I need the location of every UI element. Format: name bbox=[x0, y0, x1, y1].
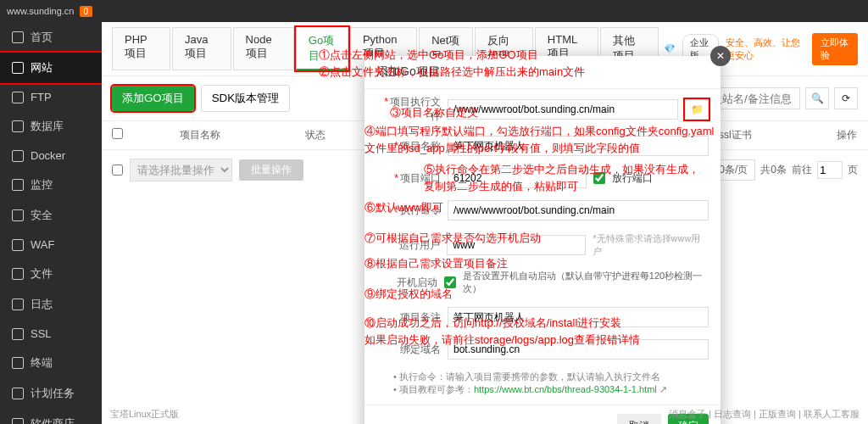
db-icon bbox=[12, 120, 24, 132]
notif-badge[interactable]: 0 bbox=[80, 6, 93, 17]
tab-node[interactable]: Node项目 bbox=[233, 27, 294, 70]
sidebar-item-cron[interactable]: 计划任务 bbox=[0, 378, 102, 409]
user-input[interactable] bbox=[447, 235, 586, 255]
sidebar-item-ssl[interactable]: SSL bbox=[0, 320, 102, 348]
clock-icon bbox=[12, 388, 24, 399]
cmd-label: 执行命令 bbox=[376, 204, 441, 218]
waf-icon bbox=[12, 239, 24, 251]
browser-topbar: www.sunding.cn 0 bbox=[0, 0, 868, 22]
search-icon[interactable]: 🔍 bbox=[805, 87, 829, 109]
diamond-icon: 💎 bbox=[664, 43, 676, 54]
port-allow-label: 放行端口 bbox=[612, 171, 653, 186]
monitor-icon bbox=[12, 179, 24, 191]
page-unit: 页 bbox=[848, 163, 858, 177]
refresh-icon[interactable]: ⟳ bbox=[834, 87, 858, 109]
sidebar-item-terminal[interactable]: 终端 bbox=[0, 348, 102, 378]
trial-button[interactable]: 立即体验 bbox=[812, 33, 858, 65]
terminal-icon bbox=[12, 357, 24, 369]
footer-right[interactable]: 消息盒子 | 日志查询 | 正版查询 | 联系人工客服 bbox=[669, 408, 860, 421]
footer: 宝塔Linux正式版 消息盒子 | 日志查询 | 正版查询 | 联系人工客服 bbox=[110, 408, 860, 421]
batch-checkbox[interactable] bbox=[112, 165, 123, 176]
tutorial-link[interactable]: https://www.bt.cn/bbs/thread-93034-1-1.h… bbox=[474, 384, 657, 394]
content-area: PHP项目 Java项目 Node项目 Go项目 Python项目 Net项目 … bbox=[102, 22, 868, 424]
page-goto: 前往 bbox=[792, 163, 812, 177]
slogan: 安全、高效、让您更安心 bbox=[726, 36, 805, 62]
sdk-button[interactable]: SDK版本管理 bbox=[201, 85, 290, 112]
sidebar-item-logs[interactable]: 日志 bbox=[0, 289, 102, 320]
footer-left: 宝塔Linux正式版 bbox=[110, 408, 179, 421]
port-input[interactable] bbox=[448, 168, 587, 188]
folder-icon[interactable]: 📁 bbox=[685, 99, 709, 120]
boot-text: 是否设置开机自动启动（默认自带守护进程每120秒检测一次） bbox=[463, 270, 709, 295]
sidebar-item-home[interactable]: 首页 bbox=[0, 22, 102, 53]
page-input[interactable] bbox=[817, 161, 843, 179]
domain-input[interactable] bbox=[448, 339, 709, 360]
close-icon[interactable]: ✕ bbox=[710, 46, 731, 66]
col-ssl: ssl证书 bbox=[719, 128, 752, 142]
sidebar-item-ftp[interactable]: FTP bbox=[0, 83, 102, 111]
sidebar: 首页 网站 FTP 数据库 Docker 监控 安全 WAF 文件 日志 SSL… bbox=[0, 22, 102, 424]
home-icon bbox=[12, 31, 24, 43]
note-input[interactable] bbox=[448, 307, 709, 327]
col-op: 操作 bbox=[837, 128, 857, 142]
sidebar-item-waf[interactable]: WAF bbox=[0, 231, 102, 259]
sidebar-item-files[interactable]: 文件 bbox=[0, 259, 102, 289]
boot-label: 开机启动 bbox=[376, 276, 437, 290]
page-total: 共0条 bbox=[760, 163, 787, 177]
domain-label: 绑定域名 bbox=[376, 343, 441, 357]
sidebar-item-website[interactable]: 网站 bbox=[0, 53, 102, 83]
sidebar-item-security[interactable]: 安全 bbox=[0, 200, 102, 231]
tab-php[interactable]: PHP项目 bbox=[112, 27, 170, 70]
docker-icon bbox=[12, 150, 24, 162]
note-label: 项目备注 bbox=[376, 310, 441, 325]
tab-java[interactable]: Java项目 bbox=[172, 27, 231, 70]
sidebar-item-db[interactable]: 数据库 bbox=[0, 111, 102, 142]
select-all-checkbox[interactable] bbox=[112, 128, 123, 139]
user-hint: *无特殊需求请选择www用户 bbox=[593, 232, 709, 258]
add-go-button[interactable]: 添加GO项目 bbox=[112, 86, 194, 111]
port-allow-checkbox[interactable] bbox=[593, 172, 605, 184]
modal-notes: • 执行命令：请输入项目需要携带的参数，默认请输入执行文件名 • 项目教程可参考… bbox=[364, 365, 721, 404]
lock-icon bbox=[12, 328, 24, 340]
name-label: 项目名称 bbox=[376, 139, 441, 153]
col-name: 项目名称 bbox=[180, 128, 220, 142]
log-icon bbox=[12, 298, 24, 310]
ftp-icon bbox=[12, 92, 24, 103]
modal-title: 添加Go项目 bbox=[364, 56, 721, 89]
cmd-input[interactable] bbox=[448, 200, 709, 220]
tab-go[interactable]: Go项目 bbox=[296, 27, 348, 70]
globe-icon bbox=[12, 62, 24, 74]
user-label: 运行用户 bbox=[376, 238, 440, 253]
folder-icon bbox=[12, 268, 24, 280]
exec-input[interactable] bbox=[448, 99, 678, 120]
port-label: 项目端口 bbox=[376, 171, 441, 186]
add-go-modal: ✕ 添加Go项目 项目执行文件📁 项目名称 项目端口放行端口 执行命令 运行用户… bbox=[364, 56, 721, 424]
url-text: www.sunding.cn bbox=[7, 6, 75, 16]
col-status: 状态 bbox=[305, 128, 326, 142]
boot-checkbox[interactable] bbox=[444, 276, 455, 288]
batch-select[interactable]: 请选择批量操作 bbox=[130, 159, 232, 181]
exec-label: 项目执行文件 bbox=[376, 95, 441, 124]
batch-apply-button[interactable]: 批量操作 bbox=[239, 159, 303, 181]
name-input[interactable] bbox=[448, 136, 709, 156]
sidebar-item-docker[interactable]: Docker bbox=[0, 142, 102, 170]
sidebar-item-store[interactable]: 软件商店 bbox=[0, 409, 102, 424]
shield-icon bbox=[12, 209, 24, 221]
store-icon bbox=[12, 418, 24, 424]
sidebar-item-monitor[interactable]: 监控 bbox=[0, 170, 102, 200]
